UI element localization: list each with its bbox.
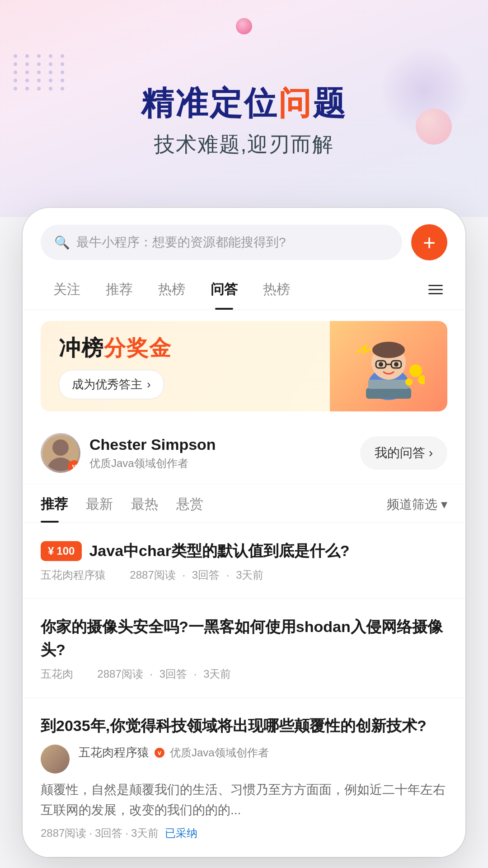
tab-follow[interactable]: 关注 — [41, 269, 93, 310]
reward-badge: ¥ 100 — [41, 541, 82, 561]
preview-author-info: 五花肉程序猿 v 优质Java领域创作者 — [79, 745, 269, 760]
user-tag: 优质Java领域创作者 — [89, 456, 360, 471]
hero-orb-decoration — [416, 108, 452, 145]
preview-avatar — [41, 745, 70, 774]
verified-badge: v — [68, 460, 80, 473]
tab-trending[interactable]: 热榜 — [250, 269, 303, 310]
preview-content: 颠覆性，自然是颠覆我们的生活、习惯乃至方方面面，例如近二十年左右互联网的发展，改… — [41, 780, 447, 821]
question-item[interactable]: 到2035年,你觉得科技领域将出现哪些颠覆性的创新技术? 五花肉程序猿 v 优质… — [23, 698, 465, 857]
avatar: v — [41, 433, 80, 473]
channel-filter[interactable]: 频道筛选 ▾ — [387, 496, 447, 522]
nav-menu-icon[interactable] — [424, 280, 447, 299]
banner[interactable]: 冲榜分奖金 成为优秀答主 › — [41, 321, 447, 411]
search-area: 🔍 最牛小程序：想要的资源都能搜得到? + — [23, 208, 465, 269]
question-preview: 五花肉程序猿 v 优质Java领域创作者 — [41, 745, 447, 774]
banner-illustration — [330, 321, 447, 411]
search-bar[interactable]: 🔍 最牛小程序：想要的资源都能搜得到? — [41, 225, 402, 260]
svg-point-7 — [394, 362, 399, 367]
question-item[interactable]: ¥ 100 Java中char类型的默认值到底是什么? 五花肉程序猿 2887阅… — [23, 523, 465, 599]
question-title: Java中char类型的默认值到底是什么? — [89, 539, 349, 562]
question-meta: 五花肉程序猿 2887阅读 · 3回答 · 3天前 — [41, 568, 447, 582]
phone-mockup: 🔍 最牛小程序：想要的资源都能搜得到? + 关注 推荐 热榜 问答 热榜 冲榜分… — [23, 208, 465, 857]
question-item[interactable]: 你家的摄像头安全吗?一黑客如何使用shodan入侵网络摄像头? 五花肉 2887… — [23, 599, 465, 698]
preview-user-row: 五花肉程序猿 v 优质Java领域创作者 — [79, 745, 269, 760]
search-icon: 🔍 — [54, 235, 70, 250]
tab-hottest[interactable]: 最热 — [122, 495, 167, 523]
tab-latest[interactable]: 最新 — [77, 495, 122, 523]
tab-qa[interactable]: 问答 — [198, 269, 250, 310]
svg-point-6 — [379, 362, 383, 367]
svg-point-2 — [372, 342, 405, 358]
banner-title: 冲榜分奖金 — [59, 334, 312, 363]
banner-cta-button[interactable]: 成为优秀答主 › — [59, 370, 164, 399]
user-info: Chester Simpson 优质Java领域创作者 — [89, 436, 360, 471]
question-meta: 五花肉 2887阅读 · 3回答 · 3天前 — [41, 667, 447, 681]
user-profile-row: v Chester Simpson 优质Java领域创作者 我的问答 › — [23, 422, 465, 484]
hero-ball-decoration — [236, 18, 252, 34]
hero-dots-decoration — [14, 54, 68, 90]
preview-verified-badge: v — [155, 748, 164, 758]
banner-left: 冲榜分奖金 成为优秀答主 › — [41, 321, 330, 411]
content-tabs: 推荐 最新 最热 悬赏 频道筛选 ▾ — [23, 484, 465, 523]
svg-point-12 — [405, 378, 413, 386]
question-title: 到2035年,你觉得科技领域将出现哪些颠覆性的创新技术? — [41, 714, 447, 737]
question-bottom-meta: 2887阅读 · 3回答 · 3天前 已采纳 — [41, 826, 447, 840]
svg-point-11 — [418, 375, 425, 384]
tab-bounty[interactable]: 悬赏 — [167, 495, 212, 523]
nav-tabs: 关注 推荐 热榜 问答 热榜 — [23, 269, 465, 310]
cartoon-character — [348, 326, 429, 407]
adopted-tag: 已采纳 — [165, 826, 197, 840]
add-button[interactable]: + — [411, 224, 447, 260]
svg-point-10 — [409, 364, 422, 377]
hero-subtitle: 技术难题,迎刃而解 — [154, 131, 334, 159]
question-title: 你家的摄像头安全吗?一黑客如何使用shodan入侵网络摄像头? — [41, 615, 447, 661]
question-header: ¥ 100 Java中char类型的默认值到底是什么? — [41, 539, 447, 562]
svg-rect-9 — [368, 380, 409, 389]
search-placeholder-text: 最牛小程序：想要的资源都能搜得到? — [76, 234, 286, 251]
tab-recommended[interactable]: 推荐 — [41, 495, 77, 523]
tab-hot[interactable]: 热榜 — [145, 269, 198, 310]
user-name: Chester Simpson — [89, 436, 360, 453]
my-answers-button[interactable]: 我的问答 › — [360, 436, 447, 470]
svg-rect-8 — [366, 388, 411, 399]
tab-recommend[interactable]: 推荐 — [93, 269, 145, 310]
hero-title: 精准定位问题 — [141, 85, 347, 121]
hero-section: 精准定位问题 技术难题,迎刃而解 — [0, 0, 488, 217]
